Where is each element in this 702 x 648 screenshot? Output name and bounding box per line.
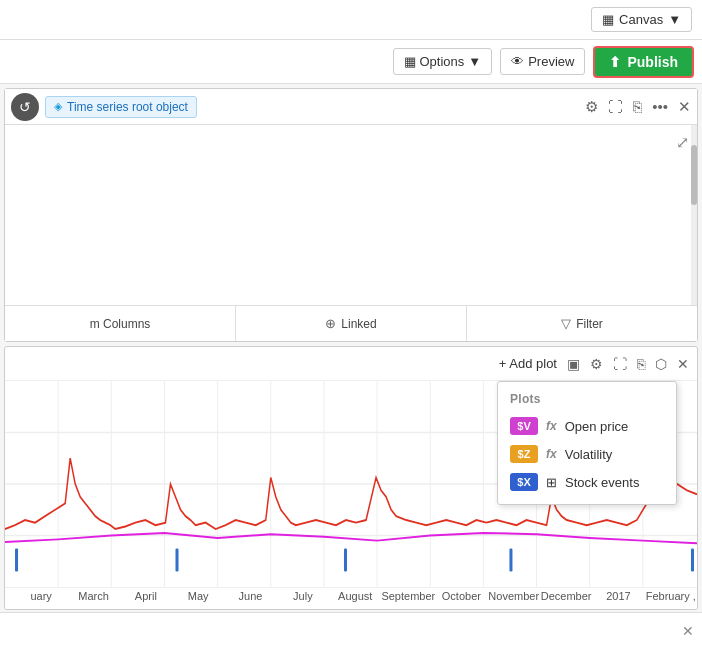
chart-settings-icon[interactable]: ⚙ (590, 356, 603, 372)
x-label-10: December (540, 590, 592, 602)
svg-rect-17 (344, 548, 347, 571)
linked-label: Linked (341, 317, 376, 331)
preview-button[interactable]: 👁 Preview (500, 48, 585, 75)
x-label-11: 2017 (592, 590, 644, 602)
panel-container: ↺ ◈ Time series root object ⚙ ⛶ ⎘ ••• ✕ … (4, 88, 698, 342)
panel-icons: ⚙ ⛶ ⎘ ••• ✕ (585, 98, 691, 116)
plots-dropdown: Plots $V fx Open price $Z fx Volatility … (497, 381, 677, 505)
toolbar: ▦ Options ▼ 👁 Preview ⬆ Publish (0, 40, 702, 84)
chart-hierarchy-icon[interactable]: ⛶ (613, 356, 627, 372)
linked-section[interactable]: ⊕ Linked (236, 306, 467, 341)
panel-settings-icon[interactable]: ⚙ (585, 98, 598, 116)
panel-bottom-bar: m Columns ⊕ Linked ▽ Filter (5, 305, 697, 341)
columns-section[interactable]: m Columns (5, 306, 236, 341)
options-label: Options (420, 54, 465, 69)
plot-item-volatility[interactable]: $Z fx Volatility (498, 440, 676, 468)
options-caret-icon: ▼ (468, 54, 481, 69)
svg-rect-19 (691, 548, 694, 571)
bottom-close-icon[interactable]: ✕ (682, 623, 694, 639)
svg-rect-15 (15, 548, 18, 571)
publish-button[interactable]: ⬆ Publish (593, 46, 694, 78)
x-label-0: uary (15, 590, 67, 602)
canvas-grid-icon: ▦ (602, 12, 614, 27)
plots-title: Plots (498, 390, 676, 412)
back-arrow-icon: ↺ (19, 99, 31, 115)
preview-label: Preview (528, 54, 574, 69)
plot-fx-icon-1: fx (546, 447, 557, 461)
chart-header: + Add plot ▣ ⚙ ⛶ ⎘ ⬡ ✕ (5, 347, 697, 381)
linked-icon: ⊕ (325, 316, 336, 331)
tab-time-series[interactable]: ◈ Time series root object (45, 96, 197, 118)
plot-label-volatility: Volatility (565, 447, 613, 462)
columns-label: m Columns (90, 317, 151, 331)
publish-label: Publish (627, 54, 678, 70)
panel-body: ⤢ (5, 125, 697, 305)
plot-badge-sx: $X (510, 473, 538, 491)
preview-eye-icon: 👁 (511, 54, 524, 69)
panel-close-icon[interactable]: ✕ (678, 98, 691, 116)
x-label-5: July (277, 590, 329, 602)
publish-upload-icon: ⬆ (609, 54, 621, 70)
top-bar: ▦ Canvas ▼ (0, 0, 702, 40)
x-label-3: May (172, 590, 224, 602)
plot-item-open-price[interactable]: $V fx Open price (498, 412, 676, 440)
svg-rect-18 (509, 548, 512, 571)
plot-item-stock-events[interactable]: $X ⊞ Stock events (498, 468, 676, 496)
filter-section[interactable]: ▽ Filter (467, 306, 697, 341)
main-content: ↺ ◈ Time series root object ⚙ ⛶ ⎘ ••• ✕ … (0, 84, 702, 648)
x-label-1: March (67, 590, 119, 602)
plot-label-stock-events: Stock events (565, 475, 639, 490)
chart-close-icon[interactable]: ✕ (677, 356, 689, 372)
panel-expand-icon[interactable]: ⤢ (676, 133, 689, 152)
tab-cube-icon: ◈ (54, 100, 62, 113)
panel-more-icon[interactable]: ••• (652, 98, 668, 115)
svg-rect-16 (175, 548, 178, 571)
x-label-4: June (224, 590, 276, 602)
panel-scrollbar[interactable] (691, 125, 697, 305)
chart-frame-icon[interactable]: ▣ (567, 356, 580, 372)
bottom-panel: ✕ (0, 612, 702, 648)
add-plot-button[interactable]: + Add plot (499, 356, 557, 371)
x-axis-labels: uary March April May June July August Se… (5, 587, 697, 609)
plot-badge-sv: $V (510, 417, 538, 435)
tab-label-text: Time series root object (67, 100, 188, 114)
filter-label: Filter (576, 317, 603, 331)
plot-label-open-price: Open price (565, 419, 629, 434)
canvas-caret-icon: ▼ (668, 12, 681, 27)
filter-icon: ▽ (561, 316, 571, 331)
x-label-7: September (381, 590, 435, 602)
x-label-9: November (488, 590, 540, 602)
chart-copy-icon[interactable]: ⎘ (637, 356, 645, 372)
x-label-12: February , (645, 590, 697, 602)
add-plot-label: + Add plot (499, 356, 557, 371)
back-button[interactable]: ↺ (11, 93, 39, 121)
panel-header: ↺ ◈ Time series root object ⚙ ⛶ ⎘ ••• ✕ (5, 89, 697, 125)
plot-fx-icon-0: fx (546, 419, 557, 433)
canvas-label: Canvas (619, 12, 663, 27)
options-button[interactable]: ▦ Options ▼ (393, 48, 493, 75)
plot-grid-icon: ⊞ (546, 475, 557, 490)
chart-layers-icon[interactable]: ⬡ (655, 356, 667, 372)
panel-hierarchy-icon[interactable]: ⛶ (608, 98, 623, 115)
panel-copy-icon[interactable]: ⎘ (633, 98, 642, 115)
panel-scrollbar-thumb (691, 145, 697, 205)
x-label-6: August (329, 590, 381, 602)
plot-badge-sz: $Z (510, 445, 538, 463)
x-label-8: October (435, 590, 487, 602)
options-grid-icon: ▦ (404, 54, 416, 69)
x-label-2: April (120, 590, 172, 602)
canvas-button[interactable]: ▦ Canvas ▼ (591, 7, 692, 32)
chart-panel: + Add plot ▣ ⚙ ⛶ ⎘ ⬡ ✕ Plots $V fx Open … (4, 346, 698, 610)
